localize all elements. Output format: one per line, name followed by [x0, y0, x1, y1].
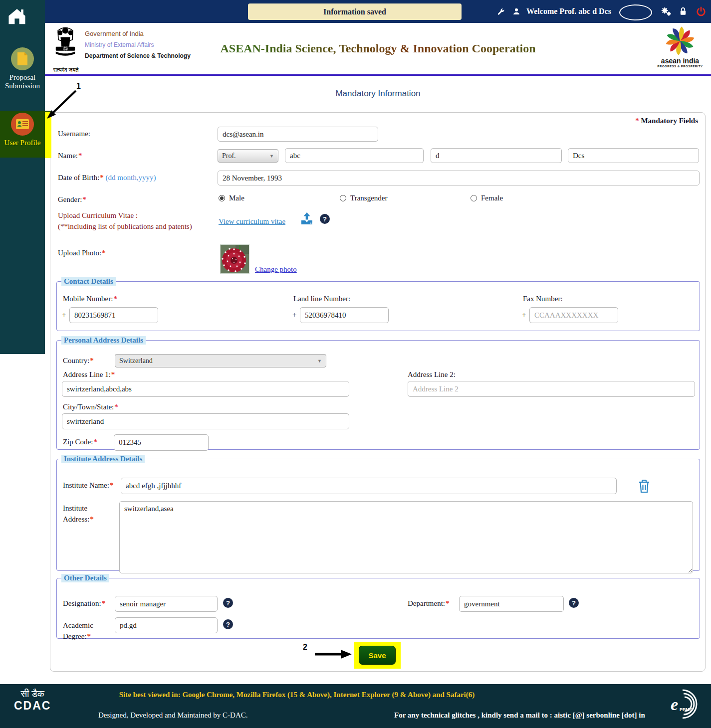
home-icon-glyph: [6, 4, 28, 26]
dob-label: Date of Birth:* (dd month,yyyy): [58, 174, 156, 182]
mandatory-information-form: * Mandatory Fields Username: Name:* Prof…: [50, 112, 706, 672]
change-photo-link[interactable]: Change photo: [255, 265, 297, 274]
username-input[interactable]: [218, 127, 378, 142]
person-icon[interactable]: [510, 5, 522, 17]
gender-radio-female[interactable]: Female: [471, 193, 503, 202]
annotation-arrow-1: [43, 86, 83, 123]
personal-address-legend: Personal Address Details: [61, 336, 146, 345]
address1-label: Address Line 1:*: [63, 370, 115, 379]
upload-icon[interactable]: [300, 211, 314, 227]
best-viewed-text: Site best viewed in: Google Chrome, Mozi…: [45, 691, 549, 699]
home-icon[interactable]: [6, 4, 28, 26]
emblem-motto: सत्यमेव जयते: [51, 67, 81, 73]
annotation-step-2: 2: [303, 643, 307, 652]
radio-icon: [471, 195, 477, 201]
dob-format-hint: (dd month,yyyy): [106, 174, 156, 182]
sidebar-item-user-profile-label: User Profile: [0, 139, 45, 147]
photo-label: Upload Photo:*: [58, 249, 106, 257]
chevron-down-icon: ▼: [269, 154, 274, 159]
gender-label: Gender:*: [58, 195, 86, 204]
country-select[interactable]: Switzerland▼: [115, 354, 326, 367]
eppms-logo: e PPMS: [668, 688, 698, 721]
address1-input[interactable]: [62, 381, 349, 397]
designation-help-icon[interactable]: ?: [223, 598, 233, 608]
mobile-label: Mobile Number:*: [63, 295, 117, 303]
proposal-submission-icon: [11, 47, 34, 70]
info-saved-banner: Information saved: [248, 3, 462, 20]
middle-name-input[interactable]: [431, 148, 562, 163]
radio-selected-icon: [219, 195, 225, 201]
language-oval[interactable]: [619, 4, 652, 20]
asean-india-logo: asean india PROGRESS & PROSPERITY: [656, 26, 704, 68]
sidebar-item-user-profile[interactable]: User Profile: [0, 111, 45, 147]
fax-prefix: +: [522, 311, 526, 319]
degree-label-2: Degree:*: [63, 632, 91, 641]
country-label: Country:*: [63, 357, 94, 365]
cv-help-icon[interactable]: ?: [320, 214, 330, 224]
mobile-input[interactable]: [69, 307, 158, 323]
asean-pinwheel-icon: [664, 26, 696, 56]
designation-label: Designation:*: [63, 599, 105, 608]
designation-input[interactable]: [115, 596, 218, 612]
radio-icon: [340, 195, 346, 201]
name-label: Name:*: [58, 152, 82, 160]
gender-radio-male[interactable]: Male: [219, 193, 244, 202]
sidebar-item-proposal-submission[interactable]: Proposal Submission: [0, 47, 45, 90]
institute-address-section: Institute Address Details Institute Name…: [56, 455, 700, 571]
wrench-icon[interactable]: [494, 5, 506, 17]
view-cv-link[interactable]: View curriculum vitae: [219, 217, 285, 226]
gov-line-1: Government of India: [85, 30, 191, 37]
topbar: Information saved Welcome Prof. abc d Dc…: [45, 0, 711, 23]
institute-name-label: Institute Name:*: [63, 481, 113, 490]
institute-address-label-1: Institute: [63, 504, 87, 513]
first-name-input[interactable]: [285, 148, 424, 163]
institute-address-legend: Institute Address Details: [61, 455, 145, 463]
dob-input[interactable]: [218, 171, 700, 185]
degree-help-icon[interactable]: ?: [223, 619, 233, 629]
other-details-legend: Other Details: [61, 574, 109, 582]
mobile-prefix: +: [62, 311, 66, 319]
institute-address-label-2: Address:*: [63, 515, 94, 524]
cv-label-line1: Upload Curriculum Vitae :: [58, 211, 138, 220]
department-label: Department:*: [408, 599, 449, 608]
glitches-text: For any technical glitches , kindly send…: [394, 711, 645, 720]
zip-label: Zip Code:*: [63, 438, 97, 446]
institute-address-textarea[interactable]: switzerland,asea: [119, 501, 693, 573]
cdac-logo-latin: CDAC: [14, 700, 51, 712]
header: सत्यमेव जयते Government of India Ministr…: [45, 23, 711, 76]
delete-institute-icon[interactable]: [638, 479, 651, 496]
save-button[interactable]: Save: [359, 646, 396, 665]
other-details-section: Other Details Designation:* ? Department…: [56, 574, 700, 639]
institute-name-input[interactable]: [121, 478, 617, 494]
username-label: Username:: [58, 130, 90, 138]
city-input[interactable]: [62, 413, 349, 429]
fax-input[interactable]: [529, 307, 618, 323]
annotation-arrow-2: [314, 648, 353, 660]
last-name-input[interactable]: [568, 148, 699, 163]
profile-photo: [220, 244, 249, 274]
degree-input[interactable]: [115, 617, 218, 633]
mandatory-fields-note: * Mandatory Fields: [635, 117, 698, 125]
landline-input[interactable]: [300, 307, 389, 323]
contact-details-section: Contact Details Mobile Number:* + Land l…: [56, 277, 700, 331]
title-select[interactable]: Prof.▼: [218, 149, 278, 163]
cv-label-line2: (**including list of publications and pa…: [58, 222, 192, 231]
address2-input[interactable]: [408, 381, 695, 397]
maintained-text: Designed, Developed and Maintained by C-…: [98, 711, 248, 720]
department-input[interactable]: [459, 596, 564, 612]
asean-logo-subtitle: PROGRESS & PROSPERITY: [656, 65, 704, 68]
page-title: Mandatory Information: [45, 89, 711, 99]
department-help-icon[interactable]: ?: [569, 598, 579, 608]
gears-icon[interactable]: [660, 5, 672, 17]
fax-label: Fax Number:: [523, 295, 563, 303]
lock-icon[interactable]: [677, 5, 689, 17]
gender-radio-transgender[interactable]: Transgender: [340, 193, 387, 202]
degree-label-1: Academic: [63, 621, 93, 630]
site-title: ASEAN-India Science, Technology & Innova…: [45, 42, 711, 55]
sidebar-item-proposal-label: Proposal Submission: [0, 73, 45, 90]
zip-input[interactable]: [114, 434, 209, 451]
eppms-e: e: [671, 695, 678, 714]
power-icon[interactable]: [695, 5, 707, 17]
eppms-ppms: PPMS: [680, 707, 693, 712]
asean-logo-title: asean india: [656, 57, 704, 65]
